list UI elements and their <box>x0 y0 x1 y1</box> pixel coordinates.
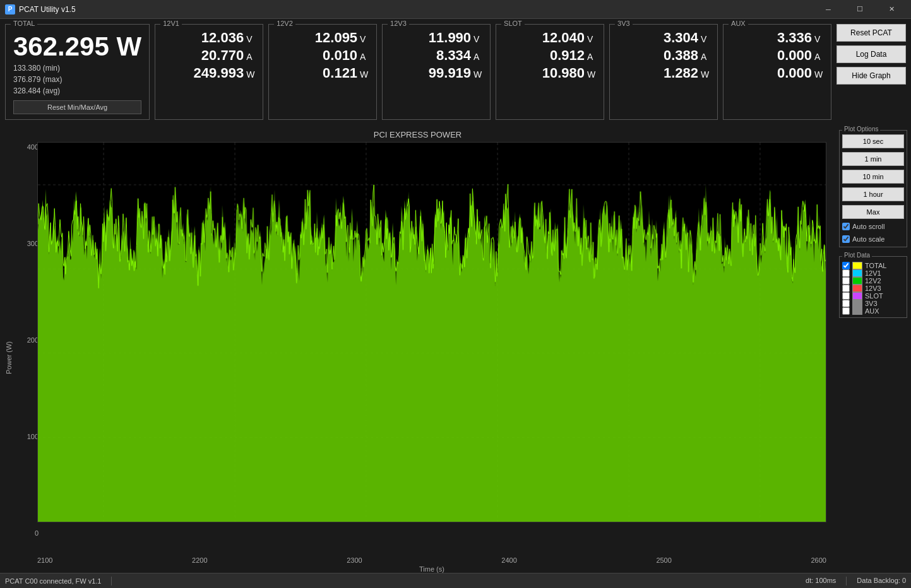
y-axis-label: Power (W) <box>5 341 13 374</box>
auto-scroll-label: Auto scroll <box>852 223 884 230</box>
y-axis-labels: 400 300 200 100 0 <box>16 142 37 538</box>
app-title: PCAT Utility v1.5 <box>19 5 814 14</box>
minimize-button[interactable]: ─ <box>814 0 843 19</box>
total-watts: 362.295 W <box>13 32 141 61</box>
color-swatch-12v1 <box>852 269 862 277</box>
channel-voltage-row: 3.336 V <box>730 30 825 46</box>
plot-data-checkbox-3v3[interactable] <box>842 300 850 307</box>
channel-power: 0.000 <box>777 65 812 81</box>
channel-current: 8.334 <box>436 47 471 64</box>
plot-1hour-button[interactable]: 1 hour <box>842 187 904 201</box>
channel-current-row: 0.912 A <box>503 47 597 64</box>
app-icon: P <box>5 4 15 15</box>
channel-voltage-row: 12.095 V <box>275 30 370 46</box>
plot-max-button[interactable]: Max <box>842 205 904 219</box>
main-content: PCI EXPRESS POWER Power (W) 400 300 200 … <box>0 125 911 573</box>
plot-data-checkbox-slot[interactable] <box>842 292 850 300</box>
plot-data-row-12v3: 12V3 <box>842 285 904 292</box>
reset-pcat-button[interactable]: Reset PCAT <box>837 24 906 42</box>
channel-voltage: 12.040 <box>542 30 585 46</box>
plot-options-section: Plot Options 10 sec 1 min 10 min 1 hour … <box>839 130 907 247</box>
total-avg: 328.484 (avg) <box>13 86 141 95</box>
channel-current-row: 8.334 A <box>389 47 484 64</box>
channel-current: 20.770 <box>201 47 244 64</box>
plot-data-item-label: TOTAL <box>865 262 886 269</box>
title-bar: P PCAT Utility v1.5 ─ ☐ ✕ <box>0 0 911 19</box>
plot-data-checkbox-12v2[interactable] <box>842 277 850 285</box>
channel-label: 12V3 <box>388 20 409 27</box>
channel-box-12v2: 12V2 12.095 V 0.010 A 0.121 W <box>268 24 377 120</box>
plot-data-item-label: 12V1 <box>865 269 881 277</box>
close-button[interactable]: ✕ <box>877 0 906 19</box>
channel-label: SLOT <box>501 20 525 27</box>
chart-inner <box>37 142 826 522</box>
status-right: dt: 100ms Data Backlog: 0 <box>806 577 906 585</box>
auto-scroll-checkbox[interactable] <box>842 223 850 230</box>
channel-box-aux: AUX 3.336 V 0.000 A 0.000 W <box>723 24 831 120</box>
y-label-400: 400 <box>16 143 39 151</box>
action-buttons: Reset PCAT Log Data Hide Graph <box>837 24 906 120</box>
x-label-2600: 2600 <box>811 556 826 564</box>
x-label-2100: 2100 <box>37 556 52 564</box>
plot-data-label: Plot Data <box>842 252 872 259</box>
channel-current-row: 20.770 A <box>162 47 256 64</box>
channel-box-12v3: 12V3 11.990 V 8.334 A 99.919 W <box>382 24 491 120</box>
channel-power: 249.993 <box>194 65 244 81</box>
auto-scale-checkbox[interactable] <box>842 235 850 243</box>
auto-scale-row: Auto scale <box>842 234 904 244</box>
chart-canvas[interactable] <box>38 143 826 522</box>
color-swatch-slot <box>852 292 862 300</box>
channel-label: 12V1 <box>160 20 182 27</box>
channel-voltage: 3.304 <box>664 30 698 46</box>
plot-data-checkbox-12v3[interactable] <box>842 285 850 292</box>
channel-voltage-row: 12.036 V <box>162 30 256 46</box>
window-controls: ─ ☐ ✕ <box>814 0 906 19</box>
reset-minmaxavg-button[interactable]: Reset Min/Max/Avg <box>13 100 141 114</box>
plot-data-item-label: SLOT <box>865 292 883 300</box>
top-panel: TOTAL 362.295 W 133.380 (min) 376.879 (m… <box>0 19 911 125</box>
channel-voltage-row: 11.990 V <box>389 30 484 46</box>
total-max: 376.879 (max) <box>13 75 141 84</box>
chart-title: PCI EXPRESS POWER <box>3 130 833 139</box>
plot-data-item-label: AUX <box>865 307 879 315</box>
plot-10sec-button[interactable]: 10 sec <box>842 134 904 148</box>
channel-box-slot: SLOT 12.040 V 0.912 A 10.980 W <box>496 24 604 120</box>
log-data-button[interactable]: Log Data <box>837 45 906 63</box>
x-axis-labels: 2100 2200 2300 2400 2500 2600 <box>37 554 826 564</box>
plot-1min-button[interactable]: 1 min <box>842 152 904 166</box>
chart-area: PCI EXPRESS POWER Power (W) 400 300 200 … <box>0 125 835 573</box>
data-backlog-status: Data Backlog: 0 <box>857 577 906 585</box>
status-separator-2 <box>846 577 847 585</box>
plot-10min-button[interactable]: 10 min <box>842 170 904 184</box>
plot-data-row-12v1: 12V1 <box>842 269 904 277</box>
channel-voltage-row: 3.304 V <box>616 30 711 46</box>
plot-data-item-label: 12V3 <box>865 285 881 292</box>
channel-power: 10.980 <box>542 65 585 81</box>
channel-current: 0.010 <box>323 47 357 64</box>
channel-current-row: 0.000 A <box>730 47 825 64</box>
plot-data-item-label: 12V2 <box>865 277 881 285</box>
channel-voltage: 12.095 <box>315 30 357 46</box>
plot-data-items: TOTAL 12V1 12V2 12V3 SLOT 3V3 AUX <box>842 262 904 315</box>
hide-graph-button[interactable]: Hide Graph <box>837 67 906 85</box>
maximize-button[interactable]: ☐ <box>845 0 874 19</box>
channel-power-row: 99.919 W <box>389 65 484 81</box>
channel-label: AUX <box>729 20 748 27</box>
plot-data-checkbox-aux[interactable] <box>842 307 850 315</box>
plot-data-row-3v3: 3V3 <box>842 300 904 307</box>
channel-current-row: 0.388 A <box>616 47 711 64</box>
x-label-2300: 2300 <box>347 556 362 564</box>
plot-data-checkbox-total[interactable] <box>842 262 850 269</box>
x-label-2200: 2200 <box>192 556 207 564</box>
plot-data-row-total: TOTAL <box>842 262 904 269</box>
channel-label: 12V2 <box>274 20 295 27</box>
plot-data-checkbox-12v1[interactable] <box>842 269 850 277</box>
y-label-300: 300 <box>16 240 39 247</box>
color-swatch-3v3 <box>852 300 862 307</box>
channel-power-row: 10.980 W <box>503 65 597 81</box>
channel-power: 0.121 <box>323 65 357 81</box>
chart-container: Power (W) 400 300 200 100 0 2100 2200 23… <box>3 142 833 573</box>
right-sidebar: Plot Options 10 sec 1 min 10 min 1 hour … <box>835 125 911 573</box>
channel-voltage-row: 12.040 V <box>503 30 597 46</box>
channel-current: 0.912 <box>550 47 585 64</box>
